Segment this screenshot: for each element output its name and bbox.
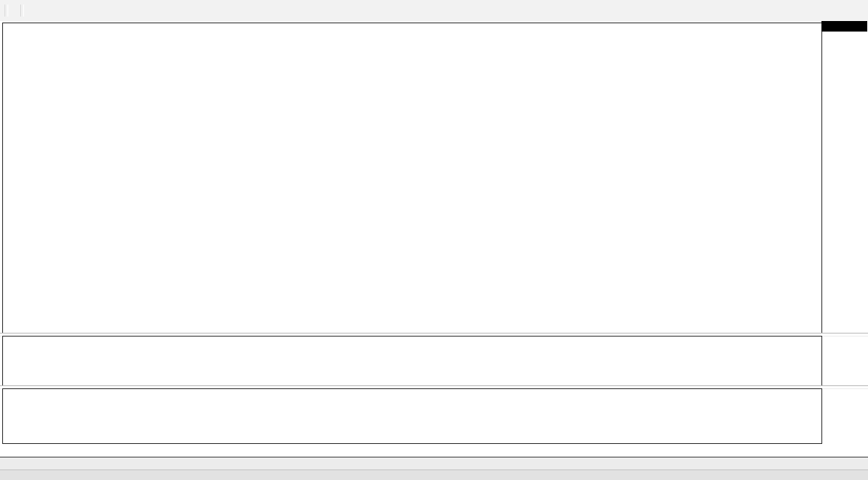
price-chart-panel[interactable]: [2, 23, 822, 334]
timeframe-toolbar: [0, 0, 868, 22]
rsi-panel[interactable]: [2, 336, 822, 387]
symbol-tab-bar: [0, 457, 868, 470]
toolbar-separator: [20, 5, 24, 17]
macd-panel[interactable]: [2, 388, 822, 444]
status-strip: [0, 469, 868, 480]
current-price-badge: [821, 21, 867, 32]
chart-workspace: [0, 21, 868, 457]
chart-title: [8, 26, 14, 36]
toolbar-grip-icon[interactable]: [5, 5, 8, 17]
terminal-window: [0, 0, 868, 480]
